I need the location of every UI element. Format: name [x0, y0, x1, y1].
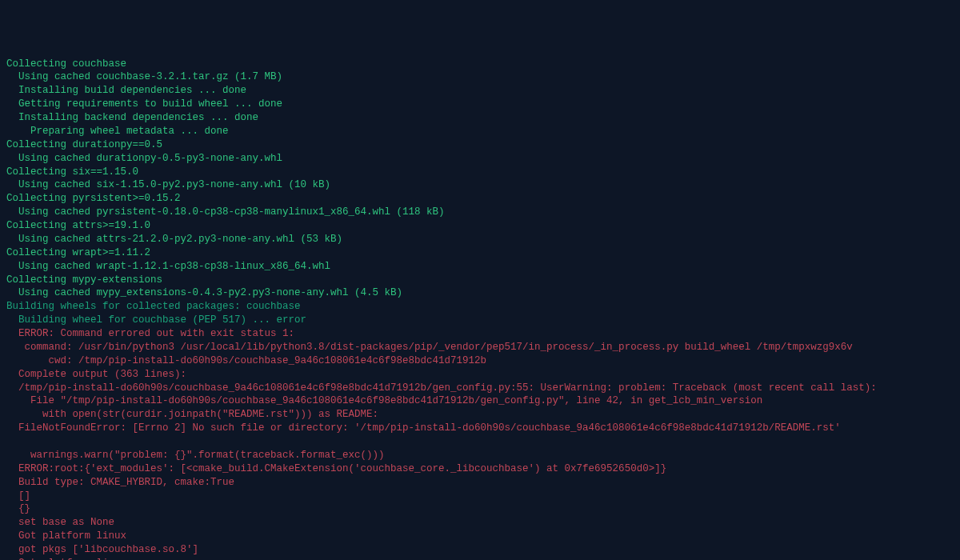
terminal-line: Collecting mypy-extensions: [6, 274, 954, 287]
terminal-line: Complete output (363 lines):: [6, 368, 954, 382]
terminal-line: Collecting six==1.15.0: [6, 166, 954, 179]
terminal-line: warnings.warn("problem: {}".format(trace…: [6, 449, 954, 462]
terminal-line: Using cached durationpy-0.5-py3-none-any…: [6, 152, 954, 166]
terminal-line: Collecting durationpy==0.5: [6, 138, 954, 152]
terminal-line: Getting requirements to build wheel ... …: [6, 98, 954, 111]
terminal-line: []: [6, 490, 954, 503]
terminal-line: Using cached six-1.15.0-py2.py3-none-any…: [6, 178, 954, 192]
terminal-line: Using cached wrapt-1.12.1-cp38-cp38-linu…: [6, 260, 954, 274]
terminal-line: Using cached pyrsistent-0.18.0-cp38-cp38…: [6, 206, 954, 219]
terminal-line: Build type: CMAKE_HYBRID, cmake:True: [6, 476, 954, 490]
terminal-line: Using cached couchbase-3.2.1.tar.gz (1.7…: [6, 70, 954, 84]
terminal-line: ERROR:root:{'ext_modules': [<cmake_build…: [6, 462, 954, 476]
terminal-line: Using cached mypy_extensions-0.4.3-py2.p…: [6, 286, 954, 300]
terminal-line: got pkgs ['libcouchbase.so.8']: [6, 543, 954, 557]
terminal-line: Collecting couchbase: [6, 58, 954, 71]
terminal-line: Collecting pyrsistent>=0.15.2: [6, 192, 954, 206]
terminal-line: command: /usr/bin/python3 /usr/local/lib…: [6, 341, 954, 354]
terminal-line: Collecting wrapt>=1.11.2: [6, 246, 954, 260]
terminal-line: /tmp/pip-install-do60h90s/couchbase_9a46…: [6, 382, 954, 395]
terminal-line: Building wheels for collected packages: …: [6, 300, 954, 314]
terminal-line: {}: [6, 502, 954, 516]
terminal-line: Preparing wheel metadata ... done: [6, 125, 954, 138]
terminal-line: Collecting attrs>=19.1.0: [6, 219, 954, 233]
terminal-line: Building wheel for couchbase (PEP 517) .…: [6, 314, 954, 327]
terminal-line: ERROR: Command errored out with exit sta…: [6, 327, 954, 341]
terminal-output: Collecting couchbase Using cached couchb…: [6, 58, 954, 561]
terminal-line: with open(str(curdir.joinpath("README.rs…: [6, 408, 954, 422]
terminal-line: FileNotFoundError: [Errno 2] No such fil…: [6, 422, 954, 435]
terminal-line: File "/tmp/pip-install-do60h90s/couchbas…: [6, 394, 954, 408]
terminal-line: [6, 435, 954, 449]
terminal-line: Installing build dependencies ... done: [6, 84, 954, 98]
terminal-line: Installing backend dependencies ... done: [6, 111, 954, 125]
terminal-line: Got platform linux: [6, 557, 954, 560]
terminal-line: Using cached attrs-21.2.0-py2.py3-none-a…: [6, 233, 954, 246]
terminal-line: set base as None: [6, 516, 954, 530]
terminal-line: Got platform linux: [6, 530, 954, 543]
terminal-line: cwd: /tmp/pip-install-do60h90s/couchbase…: [6, 354, 954, 368]
